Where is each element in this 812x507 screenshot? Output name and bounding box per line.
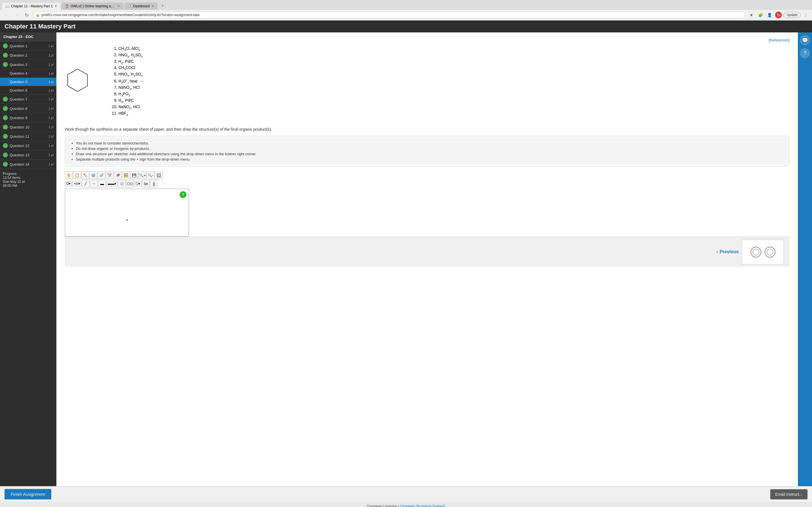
sidebar-item-q12[interactable]: ✓ Question 12 1 pt bbox=[0, 141, 56, 151]
erase-tool[interactable]: ✂️ bbox=[106, 171, 114, 179]
sidebar-item-q1[interactable]: ✓ Question 1 1 pt bbox=[0, 41, 56, 51]
q14-points: 1 pt bbox=[49, 163, 54, 166]
sidebar-item-q2[interactable]: ✓ Question 2 1 pt bbox=[0, 51, 56, 60]
info-item-2: Do not draw organic or inorganic by-prod… bbox=[76, 147, 784, 151]
page-title-bar: Chapter 11 Mastery Part bbox=[0, 20, 812, 33]
image-tool[interactable]: 🖼️ bbox=[122, 171, 130, 179]
sidebar-item-q4[interactable]: Question 4 1 pt bbox=[0, 69, 56, 78]
canvas-svg bbox=[65, 189, 189, 236]
address-bar[interactable]: 🔒 prod01-cnow-owl.cengagenow.com/ilrn/ta… bbox=[33, 11, 745, 18]
nav-bar: ← → ↻ 🔒 prod01-cnow-owl.cengagenow.com/i… bbox=[0, 10, 812, 20]
right-panel-btn-1[interactable]: 💬 bbox=[800, 35, 810, 45]
q3-label: Question 3 bbox=[10, 62, 49, 67]
info-item-4: Separate multiple products using the + s… bbox=[76, 157, 784, 161]
q5-points: 1 pt bbox=[49, 80, 54, 83]
svg-point-1 bbox=[126, 219, 128, 221]
q6-points: 1 pt bbox=[49, 89, 54, 92]
references-link[interactable]: [References] bbox=[769, 38, 790, 42]
select-tool[interactable]: ✋ bbox=[65, 171, 73, 179]
single-bond[interactable]: ╱ bbox=[82, 180, 90, 187]
q3-points: 1 pt bbox=[49, 63, 54, 66]
benzene-structure bbox=[65, 68, 90, 97]
tab-close-3[interactable]: ✕ bbox=[151, 4, 154, 8]
pin-tool[interactable]: 📌 bbox=[114, 171, 122, 179]
ring-size-select[interactable]: ⬡▾ bbox=[134, 181, 142, 186]
subscript-tool[interactable]: Sn bbox=[142, 180, 150, 187]
tab-owlv2[interactable]: 🦉 OWLv2 | Online teaching and... ✕ bbox=[61, 3, 123, 10]
pencil-tool[interactable]: ✏️ bbox=[81, 171, 89, 179]
email-instructor-button[interactable]: Email Instruct... bbox=[770, 489, 808, 499]
forward-button[interactable]: → bbox=[12, 11, 20, 19]
sidebar-item-q3[interactable]: ✓ Question 3 1 pt bbox=[0, 60, 56, 69]
double-hex-tool[interactable]: ⬡⬡ bbox=[126, 180, 134, 187]
check-icon-q9: ✓ bbox=[3, 115, 8, 120]
tab-dashboard[interactable]: 🛡️ Dashboard ✕ bbox=[124, 3, 158, 10]
sidebar-item-q9[interactable]: ✓ Question 9 1 pt bbox=[0, 113, 56, 122]
sketcher-canvas[interactable]: ? bbox=[65, 189, 189, 237]
previous-button[interactable]: ‹ Previous bbox=[716, 249, 739, 255]
tab-favicon-2: 🦉 bbox=[65, 4, 69, 8]
profile-icon[interactable]: 👤 bbox=[765, 11, 773, 19]
q10-label: Question 10 bbox=[10, 125, 49, 129]
new-tab-button[interactable]: ＋ bbox=[158, 2, 167, 10]
reaction-4: CH3COCl bbox=[118, 65, 144, 71]
dashed-bond[interactable]: ╌ bbox=[90, 180, 98, 187]
finish-assignment-button[interactable]: Finish Assignment bbox=[4, 489, 51, 499]
avatar-btn[interactable]: Tp bbox=[774, 11, 782, 19]
menu-icon[interactable]: ⋮ bbox=[802, 11, 810, 19]
element-select[interactable]: O▾ bbox=[65, 181, 72, 186]
toolbar-row-1: ✋ 📋 ✏️ ⚙️ 🔗 ✂️ 📌 🖼️ 💾 🔍+ 🔍- ↗️ bbox=[65, 171, 790, 179]
bookmark-icon[interactable]: ★ bbox=[748, 11, 755, 19]
sidebar-item-q6[interactable]: Question 6 1 pt bbox=[0, 86, 56, 95]
sidebar-item-q10[interactable]: ✓ Question 10 1 pt bbox=[0, 122, 56, 132]
q8-label: Question 8 bbox=[10, 107, 49, 111]
extensions-icon[interactable]: 🧩 bbox=[756, 11, 764, 19]
bold-bond[interactable]: ▬ bbox=[98, 180, 106, 187]
due-time: 08:00 AM bbox=[3, 184, 54, 187]
sidebar: Chapter 23 - EOC ✓ Question 1 1 pt ✓ Que… bbox=[0, 33, 56, 486]
tab-chapter11[interactable]: 📖 Chapter 11 - Mastery Part 1 ✕ bbox=[2, 2, 61, 10]
check-icon-q7: ✓ bbox=[3, 97, 8, 102]
bond-tool[interactable]: 🔗 bbox=[98, 171, 105, 179]
q5-label: Question 5 bbox=[10, 80, 49, 84]
tab-bar: 📖 Chapter 11 - Mastery Part 1 ✕ 🦉 OWLv2 … bbox=[0, 0, 812, 10]
bond-type-select[interactable]: ▬▬▾ bbox=[106, 181, 117, 186]
expand-tool[interactable]: ↗️ bbox=[155, 171, 163, 179]
sidebar-item-q13[interactable]: ✓ Question 13 1 pt bbox=[0, 151, 56, 160]
cengage-brand: Cengage Learning bbox=[367, 504, 397, 507]
hexagon-tool[interactable]: ⬡ bbox=[118, 180, 126, 187]
bracket-tool[interactable]: [] bbox=[150, 180, 158, 187]
ring-select[interactable]: +⊙▾ bbox=[72, 181, 82, 186]
check-icon-q13: ✓ bbox=[3, 152, 8, 158]
sidebar-item-q11[interactable]: ✓ Question 11 1 pt bbox=[0, 132, 56, 141]
zoom-in-tool[interactable]: 🔍+ bbox=[139, 171, 146, 179]
instructions-text: Work through the synthesis on a separate… bbox=[65, 127, 790, 131]
right-panel-btn-2[interactable]: ? bbox=[800, 48, 810, 58]
sidebar-item-q7[interactable]: ✓ Question 7 1 pt bbox=[0, 95, 56, 104]
q7-label: Question 7 bbox=[10, 97, 49, 101]
cengage-support-link[interactable]: Cengage Technical Support bbox=[400, 504, 445, 507]
save-tool[interactable]: 💾 bbox=[130, 171, 138, 179]
check-icon-q2: ✓ bbox=[3, 53, 8, 58]
q13-label: Question 13 bbox=[10, 153, 49, 157]
main-container: Chapter 11 Mastery Part Chapter 23 - EOC… bbox=[0, 20, 812, 502]
reaction-2: HNO3, H2SO4 bbox=[118, 53, 144, 58]
back-button[interactable]: ← bbox=[2, 11, 10, 19]
tab-close-2[interactable]: ✕ bbox=[117, 4, 120, 8]
info-list: You do not have to consider stereochemis… bbox=[70, 141, 784, 161]
q12-points: 1 pt bbox=[49, 144, 54, 147]
q4-points: 1 pt bbox=[49, 72, 54, 75]
sidebar-item-q14[interactable]: ✓ Question 14 1 pt bbox=[0, 160, 56, 169]
sidebar-item-q5[interactable]: Question 5 1 pt bbox=[0, 78, 56, 86]
reaction-1: CH3Cl, AlCl3 bbox=[118, 46, 144, 52]
tab-close-1[interactable]: ✕ bbox=[54, 4, 57, 8]
q12-label: Question 12 bbox=[10, 144, 49, 148]
q10-points: 1 pt bbox=[49, 125, 54, 129]
atom-tool[interactable]: ⚙️ bbox=[89, 171, 97, 179]
reload-button[interactable]: ↻ bbox=[22, 11, 31, 19]
sidebar-item-q8[interactable]: ✓ Question 8 1 pt bbox=[0, 104, 56, 113]
update-button[interactable]: Update bbox=[783, 12, 801, 18]
zoom-out-tool[interactable]: 🔍- bbox=[147, 171, 154, 179]
cengage-footer: Cengage Learning | Cengage Technical Sup… bbox=[0, 502, 812, 507]
copy-tool[interactable]: 📋 bbox=[73, 171, 81, 179]
